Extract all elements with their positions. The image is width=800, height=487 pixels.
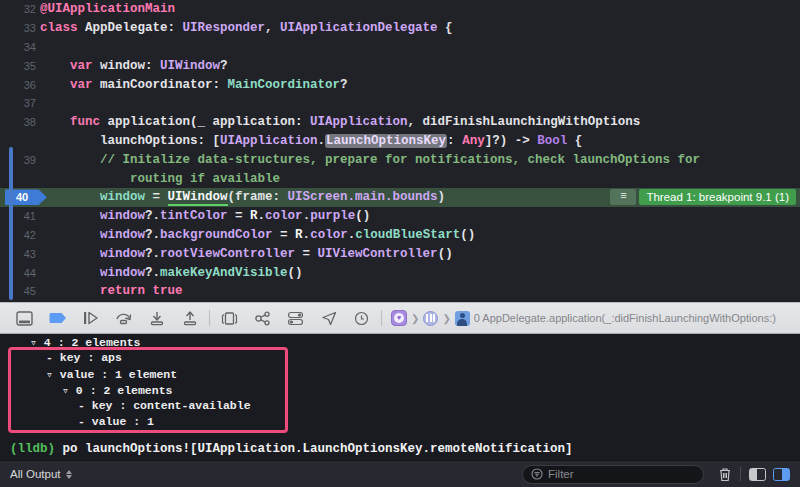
- lldb-prompt: (lldb): [10, 442, 63, 456]
- xcode-debug-window: 32@UIApplicationMain33class AppDelegate:…: [0, 0, 800, 487]
- code-line[interactable]: 32@UIApplicationMain: [0, 0, 800, 19]
- output-scope-selector[interactable]: All Output: [10, 468, 72, 480]
- step-into-icon[interactable]: [140, 306, 173, 330]
- continue-icon[interactable]: [74, 306, 107, 330]
- code-text: window = UIWindow(frame: UIScreen.main.b…: [40, 190, 445, 204]
- code-text: launchOptions: [UIApplication.LaunchOpti…: [40, 134, 582, 148]
- view-hierarchy-icon[interactable]: [213, 306, 246, 330]
- thread-icon[interactable]: [423, 311, 438, 326]
- step-out-icon[interactable]: [173, 306, 206, 330]
- lldb-command-line[interactable]: (lldb) po launchOptions![UIApplication.L…: [10, 442, 573, 456]
- variables-pane-icon[interactable]: [773, 468, 790, 481]
- source-control-change-bar: [9, 147, 13, 300]
- hide-debug-area-icon[interactable]: [8, 306, 41, 330]
- line-number-gutter[interactable]: 38: [0, 116, 40, 128]
- line-number-gutter[interactable]: 35: [0, 60, 40, 72]
- annotation-highlight-box: [8, 347, 288, 433]
- trash-icon[interactable]: [718, 467, 732, 482]
- code-line[interactable]: 35 var window: UIWindow?: [0, 56, 800, 75]
- code-line[interactable]: 45 return true: [0, 282, 800, 301]
- output-scope-label: All Output: [10, 468, 61, 480]
- toolbar-separator: [381, 310, 382, 326]
- code-text: window?.makeKeyAndVisible(): [40, 266, 303, 280]
- debug-jump-bar: ♥ ❯ ❯ 0 AppDelegate.application(_:didFin…: [391, 310, 776, 326]
- code-text: window?.tintColor = R.color.purple(): [40, 209, 370, 223]
- step-over-icon[interactable]: [107, 306, 140, 330]
- code-text: // Initalize data-structures, prepare fo…: [40, 153, 700, 167]
- filter-icon: [531, 468, 543, 480]
- code-text: class AppDelegate: UIResponder, UIApplic…: [40, 21, 453, 35]
- code-text: routing if available: [40, 172, 280, 186]
- code-line[interactable]: 36 var mainCoordinator: MainCoordinator?: [0, 75, 800, 94]
- code-line[interactable]: 41 window?.tintColor = R.color.purple(): [0, 207, 800, 226]
- code-line[interactable]: 43 window?.rootViewController = UIViewCo…: [0, 244, 800, 263]
- line-number-gutter[interactable]: 42: [0, 229, 40, 241]
- environment-overrides-icon[interactable]: [279, 306, 312, 330]
- clock-icon[interactable]: [345, 306, 378, 330]
- console-pane-icon[interactable]: [749, 468, 766, 481]
- code-line[interactable]: 44 window?.makeKeyAndVisible(): [0, 263, 800, 282]
- chevron-right-icon: ❯: [411, 313, 419, 324]
- toolbar-separator: [209, 310, 210, 326]
- stack-frame-icon[interactable]: [455, 311, 470, 326]
- stack-frame-label[interactable]: 0 AppDelegate.application(_:didFinishLau…: [474, 312, 776, 324]
- chevron-right-icon: ❯: [442, 313, 450, 324]
- line-number-gutter[interactable]: 45: [0, 285, 40, 297]
- breakpoint-menu-icon[interactable]: ≡: [610, 189, 636, 205]
- line-number-gutter[interactable]: 41: [0, 210, 40, 222]
- filter-placeholder: Filter: [548, 468, 574, 480]
- code-line-current[interactable]: 40 window = UIWindow(frame: UIScreen.mai…: [0, 188, 800, 207]
- code-text: var window: UIWindow?: [40, 59, 228, 73]
- code-line[interactable]: routing if available: [0, 169, 800, 188]
- line-number-gutter[interactable]: 33: [0, 22, 40, 34]
- memory-graph-icon[interactable]: [246, 306, 279, 330]
- line-number-gutter[interactable]: 34: [0, 41, 40, 53]
- breakpoints-toggle-icon[interactable]: [41, 306, 74, 330]
- lldb-command: po launchOptions![UIApplication.LaunchOp…: [63, 442, 573, 456]
- simulate-location-icon[interactable]: [312, 306, 345, 330]
- code-text: return true: [40, 284, 183, 298]
- line-number-gutter[interactable]: 39: [0, 154, 40, 166]
- code-text: window?.backgroundColor = R.color.cloudB…: [40, 228, 475, 242]
- source-editor[interactable]: 32@UIApplicationMain33class AppDelegate:…: [0, 0, 800, 302]
- line-number-gutter[interactable]: 43: [0, 248, 40, 260]
- code-text: window?.rootViewController = UIViewContr…: [40, 247, 453, 261]
- filter-input[interactable]: Filter: [522, 465, 704, 484]
- code-text: @UIApplicationMain: [40, 2, 175, 16]
- debug-bar: ♥ ❯ ❯ 0 AppDelegate.application(_:didFin…: [0, 302, 800, 334]
- popup-arrows-icon: [66, 470, 72, 479]
- app-icon[interactable]: ♥: [391, 310, 407, 326]
- code-line[interactable]: 37: [0, 94, 800, 113]
- code-line[interactable]: 34: [0, 38, 800, 57]
- code-line[interactable]: 38 func application(_ application: UIApp…: [0, 113, 800, 132]
- thread-breakpoint-badge[interactable]: Thread 1: breakpoint 9.1 (1): [639, 189, 796, 205]
- code-line[interactable]: 42 window?.backgroundColor = R.color.clo…: [0, 226, 800, 245]
- line-number-gutter[interactable]: 32: [0, 3, 40, 15]
- line-number-gutter[interactable]: 36: [0, 79, 40, 91]
- code-line[interactable]: launchOptions: [UIApplication.LaunchOpti…: [0, 132, 800, 151]
- code-line[interactable]: 39 // Initalize data-structures, prepare…: [0, 150, 800, 169]
- console-bottom-bar: All Output Filter: [0, 460, 800, 487]
- debug-console[interactable]: ▿ 4 : 2 elements- key : aps▿ value : 1 e…: [0, 334, 800, 460]
- line-number-gutter[interactable]: 37: [0, 97, 40, 109]
- code-text: func application(_ application: UIApplic…: [40, 115, 640, 129]
- code-text: var mainCoordinator: MainCoordinator?: [40, 78, 348, 92]
- code-line[interactable]: 33class AppDelegate: UIResponder, UIAppl…: [0, 19, 800, 38]
- bottom-bar-separator: [740, 467, 741, 481]
- line-number-gutter[interactable]: 44: [0, 267, 40, 279]
